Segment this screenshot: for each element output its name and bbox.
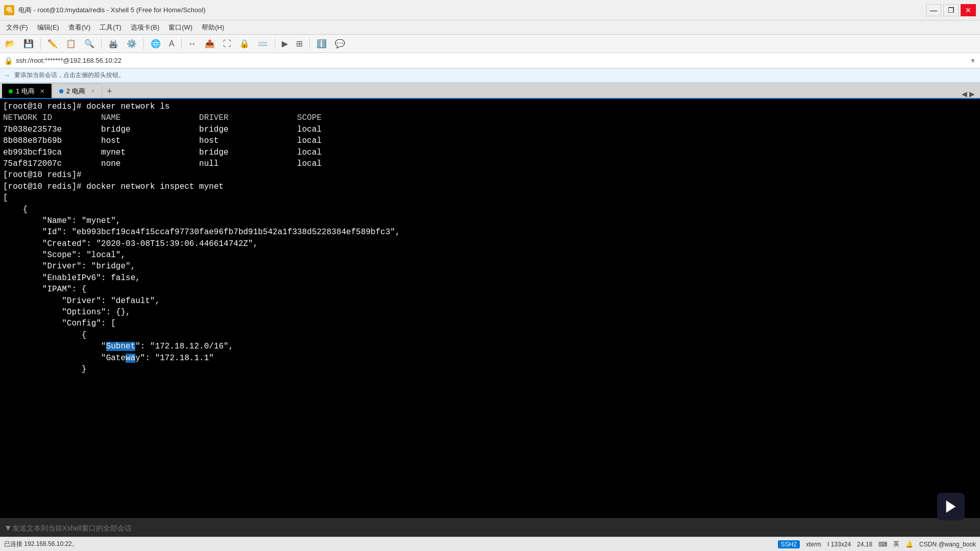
title-bar-left: 电 电商 - root@10:/mydata/redis - Xshell 5 … — [4, 5, 206, 15]
status-size: I 133x24 — [827, 541, 851, 548]
tab-2-dropdown-icon[interactable]: ▼ — [90, 88, 95, 94]
status-pos: 24,18 — [857, 541, 872, 548]
tab-2-label: 2 电商 — [66, 87, 85, 96]
term-line-scope: "Scope": "local", — [3, 249, 977, 261]
term-line-ipam-driver: "Driver": "default", — [3, 295, 977, 307]
status-csdn: CSDN @wang_book — [919, 541, 976, 548]
term-line-1: [root@10 redis]# docker network ls — [3, 101, 977, 112]
tab-1-dianshang[interactable]: 1 电商 ✕ — [2, 84, 52, 98]
term-line-ipam: "IPAM": { — [3, 284, 977, 295]
toolbar-edit[interactable]: ✏️ — [44, 38, 61, 49]
toolbar-lock[interactable]: 🔒 — [236, 38, 253, 49]
toolbar-sftp[interactable]: 📤 — [202, 38, 218, 49]
toolbar-terminal[interactable]: ▶ — [279, 38, 291, 49]
menu-window[interactable]: 窗口(W) — [164, 22, 197, 33]
term-line-subnet: "Subnet": "172.18.12.0/16", — [3, 341, 977, 352]
term-line-gateway: "Gateway": "172.18.1.1" — [3, 353, 977, 364]
toolbar-sep5 — [275, 38, 275, 49]
term-line-brace-open: { — [3, 204, 977, 215]
status-left: 已连接 192.168.56.10:22。 — [4, 540, 78, 548]
term-line-options: "Options": {}, — [3, 307, 977, 318]
status-indicators: 🔔 — [905, 541, 913, 548]
menu-edit[interactable]: 编辑(E) — [33, 22, 63, 33]
toolbar-globe[interactable]: 🌐 — [148, 38, 164, 49]
toolbar-layout[interactable]: ⊞ — [293, 38, 306, 49]
hint-bar: → 要添加当前会话，点击左侧的箭头按钮。 — [0, 68, 980, 83]
tab-nav-buttons: ◀ ▶ — [959, 90, 978, 98]
tab-1-label: 1 电商 — [16, 87, 35, 96]
term-line-headers: NETWORK ID NAME DRIVER SCOPE — [3, 112, 977, 123]
term-line-ipv6: "EnableIPv6": false, — [3, 272, 977, 284]
tab-2-dianshang[interactable]: 2 电商 ▼ — [53, 84, 102, 98]
toolbar-open[interactable]: 📂 — [2, 38, 18, 49]
term-line-config: "Config": [ — [3, 318, 977, 329]
menu-view[interactable]: 查看(V) — [64, 22, 94, 33]
floating-video-button[interactable] — [937, 493, 965, 520]
status-lang: 英 — [893, 540, 899, 548]
status-xterm: xterm — [806, 541, 821, 548]
toolbar-save[interactable]: 💾 — [20, 38, 37, 49]
menu-bar: 文件(F) 编辑(E) 查看(V) 工具(T) 选项卡(B) 窗口(W) 帮助(… — [0, 20, 980, 35]
hint-arrow-icon: → — [4, 72, 10, 79]
terminal-output[interactable]: [root@10 redis]# docker network ls NETWO… — [0, 99, 980, 518]
input-left-arrow[interactable]: ▼ — [4, 523, 12, 533]
address-dropdown-arrow[interactable]: ▼ — [970, 57, 976, 64]
toolbar-fullscreen[interactable]: ⛶ — [220, 38, 234, 49]
term-line-driver: "Driver": "bridge", — [3, 261, 977, 272]
minimize-button[interactable]: — — [926, 4, 941, 16]
svg-marker-0 — [946, 500, 956, 513]
toolbar-font[interactable]: A — [166, 38, 178, 49]
term-line-id: "Id": "eb993bcf19ca4f15ccaf97730fae96fb7… — [3, 227, 977, 238]
menu-tools[interactable]: 工具(T) — [95, 22, 126, 33]
term-line-none: 75af8172007c none null local — [3, 158, 977, 169]
menu-tabs[interactable]: 选项卡(B) — [127, 22, 163, 33]
play-icon — [943, 498, 959, 515]
term-line-empty1: [root@10 redis]# — [3, 169, 977, 181]
toolbar-settings[interactable]: ⚙️ — [124, 38, 140, 49]
address-bar: 🔒 ssh://root:*******@192.168.56.10:22 ▼ — [0, 53, 980, 68]
menu-help[interactable]: 帮助(H) — [198, 22, 228, 33]
term-line-name: "Name": "mynet", — [3, 215, 977, 227]
status-connected-text: 已连接 192.168.56.10:22。 — [4, 540, 78, 548]
tab-1-dot — [9, 89, 13, 93]
toolbar-sep1 — [40, 38, 41, 49]
toolbar-sep3 — [143, 38, 144, 49]
restore-button[interactable]: ❐ — [943, 4, 959, 16]
term-line-inner-brace: { — [3, 330, 977, 341]
title-bar: 电 电商 - root@10:/mydata/redis - Xshell 5 … — [0, 0, 980, 20]
toolbar-search[interactable]: 🔍 — [81, 38, 97, 49]
window-controls: — ❐ ✕ — [926, 4, 976, 16]
tab-2-dot — [59, 89, 63, 93]
tab-1-close-icon[interactable]: ✕ — [40, 88, 45, 95]
toolbar-paste[interactable]: 📋 — [63, 38, 79, 49]
tab-prev-icon[interactable]: ◀ — [962, 90, 967, 98]
app-icon: 电 — [4, 5, 14, 15]
toolbar: 📂 💾 ✏️ 📋 🔍 🖨️ ⚙️ 🌐 A ↔️ 📤 ⛶ 🔒 ⌨️ ▶ ⊞ ℹ️ … — [0, 35, 980, 53]
term-line-inspect-cmd: [root@10 redis]# docker network inspect … — [3, 181, 977, 192]
term-line-created: "Created": "2020-03-08T15:39:06.44661474… — [3, 238, 977, 249]
status-bar: 已连接 192.168.56.10:22。 SSH2 xterm I 133x2… — [0, 537, 980, 551]
toolbar-transfer[interactable]: ↔️ — [185, 38, 200, 49]
toolbar-info[interactable]: ℹ️ — [313, 38, 330, 49]
toolbar-chat[interactable]: 💬 — [332, 38, 348, 49]
toolbar-print[interactable]: 🖨️ — [105, 38, 121, 49]
term-line-inner-close: } — [3, 364, 977, 375]
tab-add-button[interactable]: + — [103, 85, 116, 98]
address-text[interactable]: ssh://root:*******@192.168.56.10:22 — [16, 57, 967, 64]
menu-file[interactable]: 文件(F) — [2, 22, 32, 33]
window-title: 电商 - root@10:/mydata/redis - Xshell 5 (F… — [18, 6, 206, 15]
term-line-bracket-open: [ — [3, 192, 977, 204]
tab-next-icon[interactable]: ▶ — [969, 90, 975, 98]
close-button[interactable]: ✕ — [961, 4, 976, 16]
status-ssh2: SSH2 — [778, 540, 800, 548]
term-line-host: 8b088e87b69b host host local — [3, 135, 977, 146]
toolbar-keyboard[interactable]: ⌨️ — [255, 38, 271, 49]
broadcast-input[interactable] — [12, 524, 976, 532]
term-line-bridge: 7b038e23573e bridge bridge local — [3, 124, 977, 135]
term-line-mynet: eb993bcf19ca mynet bridge local — [3, 147, 977, 158]
status-right: SSH2 xterm I 133x24 24,18 ⌨ 英 🔔 CSDN @wa… — [778, 540, 976, 548]
hint-text: 要添加当前会话，点击左侧的箭头按钮。 — [14, 71, 125, 80]
toolbar-sep6 — [309, 38, 310, 49]
tab-bar: 1 电商 ✕ 2 电商 ▼ + ◀ ▶ — [0, 83, 980, 99]
toolbar-sep4 — [181, 38, 182, 49]
